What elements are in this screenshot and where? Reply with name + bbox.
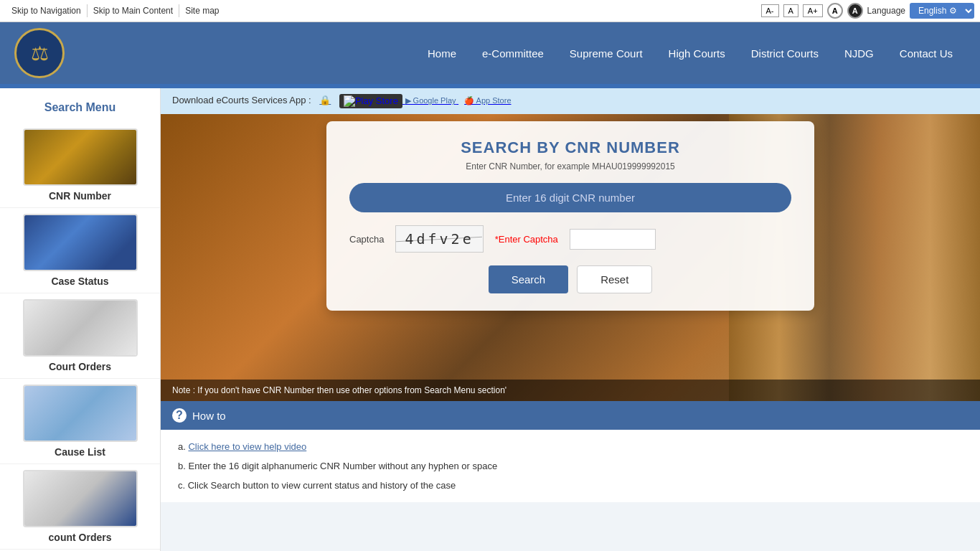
how-to-prefix-b: b. bbox=[178, 461, 188, 471]
captcha-label: Captcha bbox=[349, 234, 384, 245]
cnr-number-label: CNR Number bbox=[49, 190, 111, 202]
question-icon: ? bbox=[172, 408, 187, 423]
case-status-label: Case Status bbox=[51, 276, 108, 287]
how-to-section: ? How to a. Click here to view help vide… bbox=[161, 401, 980, 502]
court-orders-image bbox=[23, 299, 138, 357]
btn-row: Search Reset bbox=[349, 265, 791, 293]
note-text: Note : If you don't have CNR Number then… bbox=[172, 385, 507, 395]
enter-captcha-label: *Enter Captcha bbox=[495, 234, 558, 245]
cause-list-image bbox=[23, 385, 138, 442]
search-title: SEARCH BY CNR NUMBER bbox=[349, 138, 791, 157]
how-to-prefix-a: a. bbox=[178, 441, 188, 452]
cnr-number-image bbox=[23, 128, 138, 186]
download-text: Download eCourts Services App : bbox=[172, 95, 311, 105]
cause-list-label: Cause List bbox=[55, 446, 105, 458]
nav-link-contact-us[interactable]: Contact Us bbox=[887, 42, 966, 65]
nav-links: Homee-CommitteeSupreme CourtHigh CourtsD… bbox=[415, 42, 966, 65]
main-layout: Search Menu CNR Number Case Status Court… bbox=[0, 88, 980, 551]
lang-label: Language bbox=[867, 6, 905, 16]
top-bar-right: A- A A+ A A Language English ⚙ bbox=[761, 3, 975, 19]
content-area: Download eCourts Services App : 🔒 ▶ Goog… bbox=[161, 88, 980, 551]
how-to-text-b: Enter the 16 digit alphanumeric CNR Numb… bbox=[188, 461, 497, 471]
download-bar: Download eCourts Services App : 🔒 ▶ Goog… bbox=[161, 88, 980, 114]
logo: ⚖ bbox=[14, 28, 65, 78]
search-button[interactable]: Search bbox=[489, 265, 569, 293]
sidebar-title: Search Menu bbox=[0, 95, 160, 123]
how-to-header: ? How to bbox=[161, 401, 980, 430]
site-map-link[interactable]: Site map bbox=[179, 4, 225, 17]
nav-link-njdg[interactable]: NJDG bbox=[831, 42, 887, 65]
how-to-body: a. Click here to view help video b. Ente… bbox=[161, 430, 980, 502]
lang-select[interactable]: English ⚙ bbox=[910, 3, 974, 19]
nav-link-supreme-court[interactable]: Supreme Court bbox=[557, 42, 656, 65]
nav-link-district-courts[interactable]: District Courts bbox=[738, 42, 831, 65]
font-large-btn[interactable]: A+ bbox=[803, 4, 823, 17]
sidebar-item-case-status[interactable]: Case Status bbox=[0, 208, 160, 293]
court-orders-label: Court Orders bbox=[49, 361, 111, 372]
skip-main-link[interactable]: Skip to Main Content bbox=[88, 4, 179, 17]
logo-wrapper: ⚖ bbox=[14, 28, 65, 78]
cnr-input[interactable] bbox=[349, 183, 791, 212]
sidebar: Search Menu CNR Number Case Status Court… bbox=[0, 88, 161, 551]
search-subtitle: Enter CNR Number, for example MHAU019999… bbox=[349, 161, 791, 171]
font-normal-btn[interactable]: A bbox=[783, 4, 798, 17]
reset-button[interactable]: Reset bbox=[577, 265, 652, 293]
captcha-image: 4dfv2e bbox=[395, 225, 483, 253]
header: ⚖ Homee-CommitteeSupreme CourtHigh Court… bbox=[0, 22, 980, 84]
sidebar-item-cause-list[interactable]: Cause List bbox=[0, 379, 160, 464]
case-status-image bbox=[23, 214, 138, 271]
how-to-item-a: a. Click here to view help video bbox=[178, 437, 963, 456]
count-orders-label: count Orders bbox=[49, 532, 112, 543]
help-video-link[interactable]: Click here to view help video bbox=[188, 441, 306, 452]
sidebar-item-court-orders[interactable]: Court Orders bbox=[0, 293, 160, 379]
how-to-prefix-c: c. bbox=[178, 480, 188, 491]
captcha-row: Captcha 4dfv2e *Enter Captcha bbox=[349, 225, 791, 253]
how-to-item-c: c. Click Search button to view current s… bbox=[178, 476, 963, 495]
search-card: SEARCH BY CNR NUMBER Enter CNR Number, f… bbox=[326, 121, 814, 311]
download-link[interactable]: 🔒 bbox=[319, 95, 331, 105]
how-to-item-b: b. Enter the 16 digit alphanumeric CNR N… bbox=[178, 456, 963, 476]
hero-section: SEARCH BY CNR NUMBER Enter CNR Number, f… bbox=[161, 114, 980, 401]
nav-link-high-courts[interactable]: High Courts bbox=[656, 42, 738, 65]
contrast-light-btn[interactable]: A bbox=[827, 3, 843, 19]
how-to-title: How to bbox=[192, 410, 226, 422]
download-ios[interactable]: 🍎 App Store bbox=[464, 95, 511, 105]
how-to-text-c: Click Search button to view current stat… bbox=[188, 480, 456, 491]
download-android[interactable]: ▶ Google Play bbox=[339, 95, 458, 105]
top-bar: Skip to Navigation Skip to Main Content … bbox=[0, 0, 980, 22]
sidebar-item-cnr-number[interactable]: CNR Number bbox=[0, 123, 160, 208]
skip-nav-link[interactable]: Skip to Navigation bbox=[6, 4, 88, 17]
count-orders-image bbox=[23, 470, 138, 527]
nav-link-home[interactable]: Home bbox=[415, 42, 469, 65]
captcha-input[interactable] bbox=[570, 229, 656, 250]
note-bar: Note : If you don't have CNR Number then… bbox=[161, 380, 980, 401]
sidebar-item-count-orders[interactable]: count Orders bbox=[0, 464, 160, 550]
contrast-dark-btn[interactable]: A bbox=[847, 3, 863, 19]
nav-link-e-committee[interactable]: e-Committee bbox=[469, 42, 557, 65]
font-small-btn[interactable]: A- bbox=[761, 4, 779, 17]
